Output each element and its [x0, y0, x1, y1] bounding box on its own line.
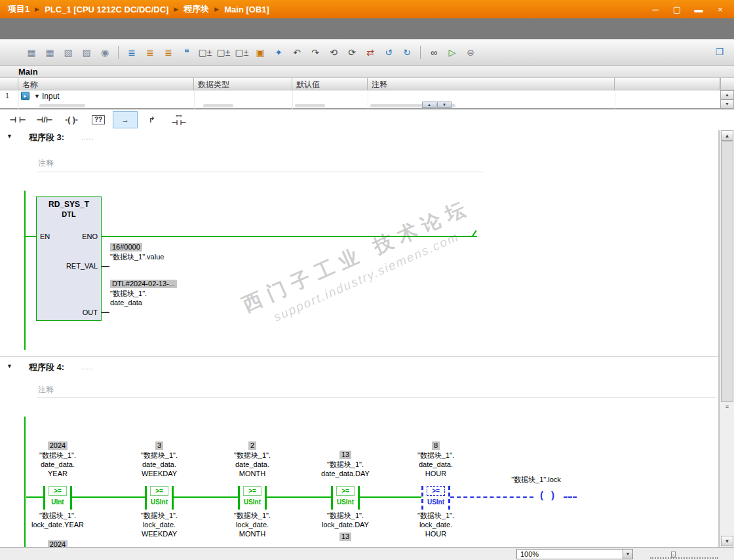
scroll-up-icon[interactable]: ▲ — [721, 130, 733, 141]
compare-contact[interactable]: >=USInt — [145, 486, 174, 510]
contact-bar — [172, 486, 174, 510]
network-title-dots: ..... — [81, 364, 94, 371]
update-block-calls-icon[interactable]: ⟲ — [326, 45, 341, 60]
tia-portal-window: 项目1▶PLC_1 [CPU 1212C DC/DC/DC]▶程序块▶Main … — [0, 0, 734, 560]
collapse-network-icon[interactable]: ▼ — [7, 363, 12, 369]
empty-box-glyph: ?? — [92, 115, 105, 124]
comparator-operand-bottom[interactable]: "数据块_1". lock_date. MONTH — [201, 511, 303, 538]
comparator-operand-top[interactable]: 2024"数据块_1". date_data. YEAR — [7, 441, 109, 478]
network-comment[interactable]: 注释 — [38, 158, 54, 169]
network3-header[interactable]: ▼ 程序段 3: ..... — [7, 132, 282, 142]
maximize-editor-icon[interactable]: ❐ — [712, 44, 727, 60]
expand-icon[interactable]: ▼ — [34, 93, 40, 100]
consistency-check-icon[interactable]: ⟳ — [344, 45, 360, 60]
breadcrumb-item[interactable]: PLC_1 [CPU 1212C DC/DC/DC] — [45, 5, 168, 14]
insert-empty-box-icon[interactable]: ▣ — [252, 45, 268, 60]
insert-db-call-icon[interactable]: ▢± — [234, 45, 250, 60]
zoom-slider-thumb[interactable] — [671, 551, 676, 558]
splitter-expand-button[interactable]: ▼ — [437, 102, 452, 108]
operand-name: "数据块_1". date_data. HOUR — [385, 451, 487, 478]
coil-operand[interactable]: "数据块_1".lock — [480, 475, 592, 485]
compare-contact[interactable]: >=USInt — [421, 486, 450, 510]
monitoring-icon[interactable]: ∞ — [426, 45, 442, 60]
maximize-button[interactable]: ▬ — [693, 5, 705, 14]
goto-next-usage-icon[interactable]: ↻ — [399, 45, 415, 60]
insert-row-icon[interactable]: ▦ — [24, 45, 39, 60]
collapse-network-icon[interactable]: ▼ — [7, 133, 12, 140]
add-row-icon[interactable]: ▦ — [42, 45, 58, 60]
breadcrumb-item[interactable]: Main [OB1] — [224, 5, 269, 14]
out-operand[interactable]: DTL#2024-02-13-... "数据块_1". date_data — [110, 279, 177, 307]
breadcrumb-item[interactable]: 程序块 — [184, 3, 209, 15]
comparator-operand-top[interactable]: 13"数据块_1". date_data.DAY — [294, 450, 396, 478]
table-scroll-down-icon[interactable]: ▼ — [720, 100, 734, 109]
zoom-select[interactable]: 100% ▼ — [516, 549, 633, 559]
zoom-slider[interactable] — [650, 550, 718, 559]
window-background-band — [0, 18, 734, 39]
retain-icon[interactable]: ◉ — [97, 45, 113, 60]
collapse-networks-icon[interactable]: ≣ — [142, 45, 158, 60]
grid-line — [292, 90, 293, 109]
favorites-icon[interactable]: ✦ — [271, 45, 286, 60]
empty-box-button[interactable]: ?? — [86, 111, 111, 128]
minimize-button[interactable]: ─ — [649, 5, 661, 14]
scrollbar-grip-icon[interactable]: ≡ — [721, 403, 733, 411]
scrollbar-thumb[interactable] — [721, 141, 733, 402]
coil-glyph: -( )- — [65, 115, 77, 124]
open-contact-glyph: ⊣ ⊢ — [9, 115, 26, 124]
coil-wire-end — [564, 496, 577, 498]
snapshot-values-icon[interactable]: ▨ — [79, 45, 94, 60]
synchronize-icon[interactable]: ⇄ — [362, 45, 378, 60]
comparator-operand-top[interactable]: 8"数据块_1". date_data. HOUR — [385, 441, 487, 478]
monitor-value: 2024 — [48, 441, 68, 450]
splitter-collapse-button[interactable]: ▲ — [422, 102, 436, 108]
call-environment-icon[interactable]: ▷ — [444, 45, 460, 60]
coil-button[interactable]: -( )- — [59, 111, 84, 128]
comparator-operand-bottom[interactable]: "数据块_1". lock_date.DAY — [294, 511, 396, 529]
comparator-operand-top[interactable]: 2"数据块_1". date_data. MONTH — [201, 441, 303, 478]
comparator-operand-bottom[interactable]: "数据块_1". lock_date. WEEKDAY — [108, 511, 210, 538]
breadcrumb-item[interactable]: 项目1 — [8, 3, 29, 15]
data-log-icon[interactable]: ⊜ — [463, 45, 478, 60]
jump-to-callee-icon[interactable]: ↷ — [307, 45, 323, 60]
scroll-down-icon[interactable]: ▼ — [721, 536, 733, 546]
symbol-view-icon[interactable]: ≣ — [161, 45, 176, 60]
editor-vertical-scrollbar[interactable]: ▲ ≡ ▼ — [719, 130, 734, 547]
close-button[interactable]: × — [714, 5, 726, 14]
compare-contact[interactable]: >=USInt — [331, 486, 360, 510]
comparator-operand-bottom[interactable]: "数据块_1". lock_date.YEAR — [7, 511, 109, 529]
network-comment[interactable]: 注释 — [38, 384, 54, 396]
coil-symbol[interactable]: ( ) — [533, 489, 564, 500]
closed-contact-button[interactable]: ⊣/⊢ — [32, 111, 57, 128]
compare-contact[interactable]: >=USInt — [238, 486, 267, 510]
insert-fc-call-icon[interactable]: ▢± — [216, 45, 231, 60]
zoom-dropdown-icon[interactable]: ▼ — [623, 550, 632, 559]
network-comments-icon[interactable]: ❝ — [179, 45, 195, 60]
coil-wire — [450, 496, 533, 498]
block-type[interactable]: DTL — [37, 210, 101, 218]
column-header-name[interactable]: 名称 — [18, 78, 194, 90]
column-header-comment[interactable]: 注释 — [368, 78, 615, 90]
column-header-datatype[interactable]: 数据类型 — [194, 78, 292, 90]
row-name-cell[interactable]: Input — [42, 92, 60, 101]
block-title-bar: Main — [0, 65, 734, 78]
open-contact-button[interactable]: ⊣ ⊢ — [5, 111, 30, 128]
table-scroll-up-icon[interactable]: ▲ — [720, 90, 734, 100]
goto-previous-usage-icon[interactable]: ↺ — [381, 45, 396, 60]
open-branch-button[interactable]: → — [113, 111, 138, 128]
column-header-default[interactable]: 默认值 — [292, 78, 368, 90]
compare-contact[interactable]: >=UInt — [43, 486, 72, 510]
lad-toolbar-items: ⊣ ⊢⊣/⊢-( )-??→↱==⊣ ⊢ — [5, 111, 191, 128]
float-button[interactable]: ▢ — [671, 5, 683, 14]
comparator-operand-bottom[interactable]: "数据块_1". lock_date. HOUR — [385, 511, 487, 538]
insert-fb-call-icon[interactable]: ▢± — [197, 45, 213, 60]
jump-to-caller-icon[interactable]: ↶ — [289, 45, 305, 60]
reset-start-values-icon[interactable]: ▧ — [60, 45, 76, 60]
comparator-operand-top[interactable]: 3"数据块_1". date_data. WEEKDAY — [108, 441, 210, 478]
retval-operand[interactable]: 16#0000 "数据块_1".value — [110, 242, 164, 261]
expand-networks-icon[interactable]: ≣ — [124, 45, 140, 60]
close-branch-button[interactable]: ↱ — [140, 111, 164, 128]
compare-contact-button[interactable]: ==⊣ ⊢ — [166, 111, 191, 128]
rd-sys-t-block[interactable]: RD_SYS_T DTL EN ENO RET_VAL OUT — [36, 196, 102, 321]
network4-header[interactable]: ▼ 程序段 4: ..... — [7, 362, 282, 372]
